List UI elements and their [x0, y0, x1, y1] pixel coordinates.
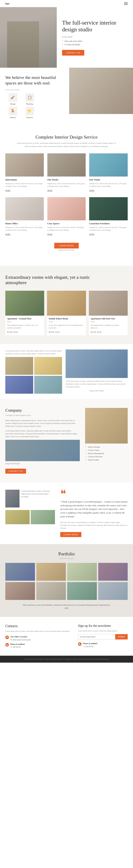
company-right: Interior Design Creative Team Project Ma…	[85, 408, 128, 474]
home-office-title: Home Office	[5, 222, 44, 225]
contacts-right: Sign up for the newsletter Lorem ipsum d…	[78, 624, 128, 649]
service-our-vision: Our Vision Sample text. Click to select …	[89, 153, 128, 192]
beliefs-img-bg	[69, 68, 133, 114]
company-inner: Company Curabitur in nulla nullam sed at…	[5, 408, 128, 474]
room-3-title: Apartment with Park View	[91, 317, 126, 320]
newsletter-form: SUBMIT	[78, 634, 128, 640]
luxurious-text: Sample text. Click to select the text bo…	[89, 226, 128, 231]
company-heading: Company	[5, 408, 80, 413]
contact-phone: Phone (Landline) +1 234 567 89	[5, 643, 71, 649]
phone-value: +1 234 567 89	[10, 646, 20, 648]
service-heading: Complete Interior Design Service	[5, 134, 128, 140]
quote-learn-more-button[interactable]: LEARN MORE	[60, 532, 81, 537]
checklist-item-5: About Toolkit	[85, 458, 128, 461]
menu-toggle[interactable]	[124, 2, 128, 5]
our-works-image	[47, 153, 86, 177]
quote-small-img-2	[31, 510, 55, 524]
our-works-more[interactable]: MORE	[47, 189, 52, 191]
home-office-image	[5, 197, 44, 220]
newsletter-submit-button[interactable]: SUBMIT	[115, 634, 128, 640]
newsletter-input[interactable]	[78, 634, 115, 640]
location-value: 35 lorem ipsum lorem ipsum	[10, 639, 31, 641]
design-icon-box: 🖊	[9, 93, 17, 102]
hero-subtitle: Lorem ipsum	[62, 36, 128, 38]
checklist-item-4: Creative Direction	[85, 455, 128, 458]
hero-list-item-1: Duis aute irure dolor	[62, 39, 128, 43]
hero-cta-button[interactable]: CONTACT US	[62, 50, 84, 56]
portfolio-credit: Image from Freepik	[5, 557, 128, 559]
beliefs-section: We believe the most beautiful spaces are…	[0, 68, 133, 126]
gallery-right: Lorem ipsum dolor sit amet, consectetur …	[62, 349, 128, 394]
innovations-image	[5, 153, 44, 177]
quote-mark: ❝	[60, 490, 128, 498]
gallery-img-3	[5, 376, 33, 394]
portfolio-item-8	[98, 582, 128, 600]
icon-design: 🖊 Design	[5, 93, 20, 105]
room-2-title: Double Deluxe Room	[49, 317, 84, 320]
portfolio-description: With experience across the residential, …	[22, 603, 111, 610]
room-1-content: Apartment - Ground Floor 35 m² The apart…	[5, 316, 44, 335]
icon-interior: 🪑 Interior	[5, 107, 20, 119]
innovations-more[interactable]: MORE	[5, 189, 10, 191]
phone2-details: Phone (Landline) +1 234 567 89	[83, 642, 97, 648]
projects-label: Projects	[27, 116, 33, 119]
room-1-text: The apartment features a stylish, rustic…	[7, 324, 42, 329]
contacts-left: Contacts Lorem ipsum dolor sit amet, con…	[5, 624, 71, 649]
room-3-more[interactable]: BOOK NOW	[91, 331, 102, 333]
portfolio-item-1	[5, 563, 35, 581]
hero-content: The full-service interior design studio …	[57, 7, 133, 68]
room-double-deluxe: Double Deluxe Room 35 m² Is the most sou…	[47, 291, 86, 335]
location-details: Our Office Location 35 lorem ipsum lorem…	[10, 635, 31, 641]
phone-icon	[5, 643, 9, 647]
room-3-image	[89, 291, 128, 316]
quote-right: ❝ "I think a good designer is an anthrop…	[60, 490, 128, 537]
cozy-spaces-text: Sample ver. Click to select the text box…	[47, 226, 86, 231]
newsletter-text: Lorem ipsum dolor sit amet, consectetur …	[78, 629, 128, 632]
room-1-more[interactable]: BOOK NOW	[7, 331, 18, 333]
phone2-icon	[78, 642, 82, 646]
quote-text: "I think a good designer is an anthropol…	[60, 500, 128, 519]
location-icon	[5, 636, 9, 639]
quote-small-images	[5, 510, 55, 524]
company-text2: Lorem ipsum dolor sit amet, consectetur …	[5, 430, 80, 438]
phone2-value: +1 234 567 89	[83, 646, 93, 648]
luxurious-more[interactable]: MORE	[89, 234, 94, 235]
our-vision-image	[89, 153, 128, 177]
cozy-spaces-image	[47, 197, 86, 220]
company-subheading: Curabitur in nulla nullam sed at.	[5, 414, 80, 417]
quote-left-top: Lorem ipsum dolor sit amet, consectetur …	[5, 490, 55, 507]
extraordinary-heading: Extraordinary rooms with elegant, yet a …	[5, 275, 94, 285]
projects-icon-box: 📁	[26, 107, 34, 115]
portfolio-item-3	[67, 563, 97, 581]
hero-title: The full-service interior design studio	[62, 19, 128, 33]
contacts-inner: Contacts Lorem ipsum dolor sit amet, con…	[5, 624, 128, 649]
hero-image	[0, 7, 57, 68]
our-works-title: Our Works	[47, 178, 86, 181]
portfolio-heading: Portfolio	[5, 551, 128, 557]
our-works-text: Sample text. Click to select the text bo…	[47, 182, 86, 188]
home-office-more[interactable]: MORE	[5, 234, 10, 235]
service-luxurious: Luxurious Furniture Sample text. Click t…	[89, 197, 128, 236]
service-our-works: Our Works Sample text. Click to select t…	[47, 153, 86, 192]
gallery-small-imgs	[5, 357, 62, 394]
room-3-size: 75 m²	[91, 321, 126, 323]
hero-section: The full-service interior design studio …	[0, 7, 133, 68]
room-3-text: The apartment has a dining area, private…	[91, 324, 126, 329]
room-2-image	[47, 291, 86, 316]
learn-more-button[interactable]: LEARN MORE	[54, 243, 79, 248]
service-innovations: Innovations Sample text. Click to select…	[5, 153, 44, 192]
our-vision-text: Sample text. Click to select the text bo…	[89, 182, 128, 188]
icon-planning: 📋 Planning	[22, 93, 37, 105]
newsletter-heading: Sign up for the newsletter	[78, 624, 128, 628]
room-1-title: Apartment - Ground Floor	[7, 317, 42, 320]
rooms-grid: Apartment - Ground Floor 35 m² The apart…	[5, 291, 128, 335]
room-2-content: Double Deluxe Room 35 m² Is the most sou…	[47, 316, 86, 335]
room-2-more[interactable]: BOOK NOW	[49, 331, 60, 333]
gallery-main-img	[65, 349, 128, 378]
contacts-text: Lorem ipsum dolor sit amet, consectetur …	[5, 630, 71, 633]
interior-icon-box: 🪑	[9, 107, 17, 115]
cozy-spaces-more[interactable]: MORE	[47, 234, 52, 235]
company-right-image	[85, 408, 128, 443]
our-vision-more[interactable]: MORE	[89, 189, 94, 191]
company-cta-button[interactable]: CONTACT US	[5, 469, 26, 474]
